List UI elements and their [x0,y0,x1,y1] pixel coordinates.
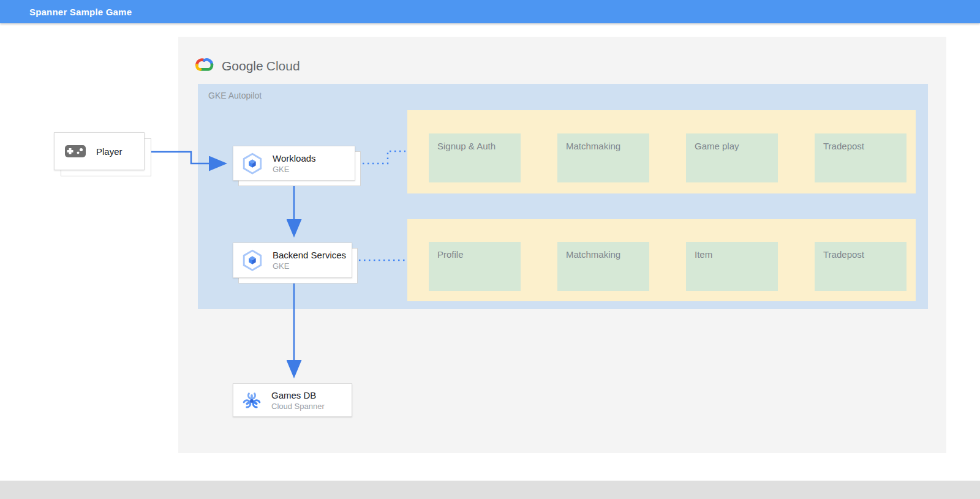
gke-icon [241,152,264,175]
games-db-title: Games DB [271,390,325,400]
service-label: Item [686,242,778,260]
service-box-profile: Profile [429,242,521,291]
gke-icon [241,249,264,272]
service-label: Game play [686,133,778,151]
google-cloud-wordmark: GoogleCloud [222,59,300,73]
workloads-node: Workloads GKE [233,146,355,181]
service-box-tradepost: Tradepost [815,133,907,182]
page-title: Spanner Sample Game [29,7,132,17]
service-box-matchmaking: Matchmaking [557,133,649,182]
games-db-subtitle: Cloud Spanner [271,402,325,411]
service-label: Signup & Auth [429,133,521,151]
workloads-service-row: Signup & Auth Matchmaking Game play Trad… [407,110,916,193]
cloud-spanner-icon [241,389,263,412]
player-node: Player [54,132,145,170]
backend-service-row: Profile Matchmaking Item Tradepost [407,219,916,301]
backend-services-title: Backend Services [273,250,346,260]
service-label: Profile [429,242,521,260]
backend-services-subtitle: GKE [273,261,346,271]
service-box-game-play: Game play [686,133,778,182]
google-cloud-logo: GoogleCloud [193,56,300,75]
gamepad-icon [64,144,86,159]
google-cloud-icon [193,56,216,75]
wordmark-cloud: Cloud [266,59,300,73]
service-label: Matchmaking [557,133,649,151]
service-label: Tradepost [815,133,907,151]
gke-autopilot-label: GKE Autopilot [208,91,262,100]
service-label: Matchmaking [557,242,649,260]
player-label: Player [96,146,123,157]
service-label: Tradepost [815,242,907,260]
games-db-node: Games DB Cloud Spanner [233,383,352,417]
workloads-subtitle: GKE [273,165,316,174]
backend-services-node: Backend Services GKE [233,242,352,278]
service-box-matchmaking-2: Matchmaking [557,242,649,291]
wordmark-google: Google [222,59,263,73]
app-header: Spanner Sample Game [0,0,980,23]
workloads-title: Workloads [273,153,316,163]
footer-bar [0,481,980,499]
service-box-signup-auth: Signup & Auth [429,133,521,182]
service-box-tradepost-2: Tradepost [815,242,907,291]
service-box-item: Item [686,242,778,291]
